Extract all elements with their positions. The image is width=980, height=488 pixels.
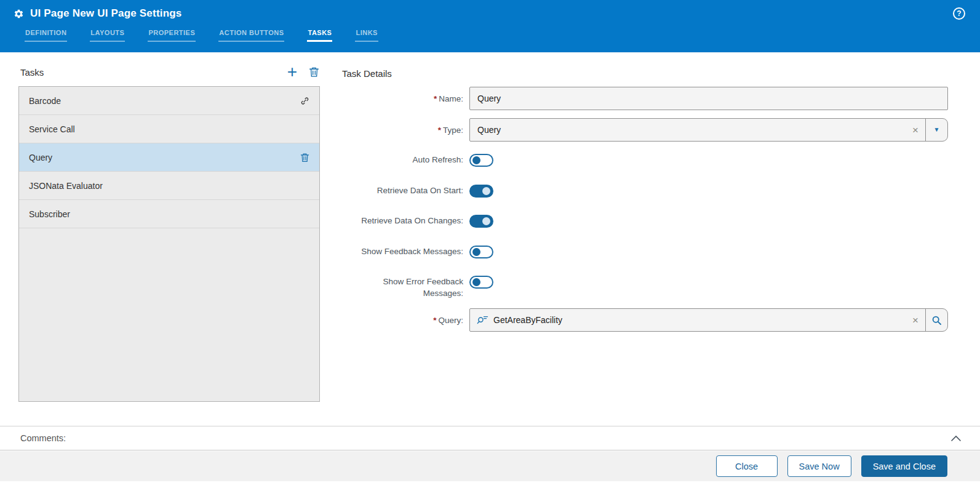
required-asterisk: *: [434, 94, 437, 103]
header: UI Page New UI Page Settings ? DEFINITIO…: [0, 0, 980, 52]
name-input[interactable]: [469, 87, 948, 110]
query-field-row: *Query: ×: [342, 308, 948, 332]
collapse-comments-button[interactable]: [950, 435, 962, 442]
query-field-label: *Query:: [342, 308, 463, 326]
required-asterisk: *: [438, 126, 441, 135]
tasks-panel-title: Tasks: [20, 67, 44, 78]
help-icon[interactable]: ?: [953, 7, 965, 20]
type-dropdown-button[interactable]: ▼: [925, 119, 947, 141]
chevron-down-icon: ▼: [934, 127, 940, 133]
type-field-row: *Type: × ▼: [342, 118, 948, 142]
settings-gear-icon: [14, 9, 24, 19]
task-details-title: Task Details: [342, 68, 392, 79]
clear-query-icon[interactable]: ×: [906, 315, 925, 326]
task-list-item-subscriber[interactable]: Subscriber: [19, 200, 319, 228]
tab-action-buttons[interactable]: ACTION BUTTONS: [218, 29, 284, 42]
type-label-text: Type:: [443, 126, 463, 135]
toggle-knob: [482, 217, 490, 225]
delete-tasks-button[interactable]: [309, 66, 319, 78]
trash-icon: [300, 153, 309, 162]
tab-tasks[interactable]: TASKS: [307, 29, 332, 42]
name-label-text: Name:: [439, 94, 463, 103]
clear-type-icon[interactable]: ×: [906, 125, 925, 135]
show-feedback-label: Show Feedback Messages:: [342, 246, 463, 257]
task-item-label: Barcode: [29, 96, 61, 106]
trash-icon: [309, 66, 319, 78]
chevron-up-icon: [950, 435, 962, 442]
task-item-label: Subscriber: [29, 209, 70, 219]
task-item-label: Service Call: [29, 124, 75, 134]
retrieve-on-changes-toggle[interactable]: [469, 215, 493, 228]
search-icon: [931, 315, 942, 326]
show-error-feedback-row: Show Error Feedback Messages:: [342, 276, 948, 299]
footer-action-bar: CloseSave NowSave and Close: [0, 451, 980, 481]
retrieve-on-changes-row: Retrieve Data On Changes:: [342, 215, 948, 228]
auto-refresh-toggle[interactable]: [469, 154, 493, 167]
task-list-item-barcode[interactable]: Barcode: [19, 87, 319, 115]
toggle-knob: [472, 278, 480, 286]
link-icon: [300, 96, 309, 106]
name-field-row: *Name:: [342, 87, 948, 110]
task-item-label: Query: [29, 153, 52, 162]
show-feedback-toggle[interactable]: [469, 246, 493, 258]
add-task-button[interactable]: +: [287, 65, 297, 79]
tab-bar: DEFINITIONLAYOUTSPROPERTIESACTION BUTTON…: [0, 20, 980, 42]
title-row: UI Page New UI Page Settings ?: [0, 0, 980, 20]
show-error-feedback-label: Show Error Feedback Messages:: [342, 276, 463, 299]
save-now-button[interactable]: Save Now: [787, 455, 851, 477]
type-input[interactable]: [470, 119, 906, 141]
link-icon[interactable]: [300, 96, 309, 106]
retrieve-on-changes-label: Retrieve Data On Changes:: [342, 215, 463, 226]
toggle-knob: [472, 248, 480, 256]
tab-layouts[interactable]: LAYOUTS: [90, 29, 125, 42]
tasks-panel-header: Tasks +: [20, 65, 319, 79]
query-type-icon: [470, 315, 488, 325]
tab-properties[interactable]: PROPERTIES: [148, 29, 196, 42]
retrieve-on-start-toggle[interactable]: [469, 185, 493, 198]
query-picker: ×: [469, 308, 948, 332]
name-field-label: *Name:: [342, 87, 463, 105]
tasks-panel-actions: +: [287, 65, 319, 79]
tab-links[interactable]: LINKS: [355, 29, 378, 42]
save-and-close-button[interactable]: Save and Close: [861, 455, 947, 477]
page-title: UI Page New UI Page Settings: [30, 7, 182, 20]
query-label-text: Query:: [438, 316, 463, 325]
close-button[interactable]: Close: [716, 455, 778, 477]
task-item-label: JSONata Evaluator: [29, 181, 103, 191]
type-select: × ▼: [469, 118, 948, 142]
query-input[interactable]: [488, 309, 906, 331]
task-list-item-jsonata-evaluator[interactable]: JSONata Evaluator: [19, 172, 319, 200]
help-glyph: ?: [957, 9, 961, 18]
query-search-button[interactable]: [925, 309, 947, 331]
task-list-item-service-call[interactable]: Service Call: [19, 115, 319, 143]
task-list: BarcodeService CallQueryJSONata Evaluato…: [18, 86, 320, 402]
required-asterisk: *: [433, 316, 436, 325]
tab-definition[interactable]: DEFINITION: [25, 29, 67, 42]
auto-refresh-row: Auto Refresh:: [342, 154, 948, 167]
retrieve-on-start-label: Retrieve Data On Start:: [342, 185, 463, 196]
ui-page-settings-window: UI Page New UI Page Settings ? DEFINITIO…: [0, 0, 980, 488]
comments-label: Comments:: [20, 433, 66, 443]
comments-bar: Comments:: [0, 426, 980, 450]
toggle-knob: [472, 156, 480, 164]
auto-refresh-label: Auto Refresh:: [342, 154, 463, 166]
show-error-feedback-toggle[interactable]: [469, 276, 493, 289]
task-list-item-query[interactable]: Query: [19, 143, 319, 172]
trash-icon[interactable]: [300, 153, 309, 162]
retrieve-on-start-row: Retrieve Data On Start:: [342, 185, 948, 198]
type-field-label: *Type:: [342, 118, 463, 136]
toggle-knob: [482, 187, 490, 195]
show-feedback-row: Show Feedback Messages:: [342, 246, 948, 258]
